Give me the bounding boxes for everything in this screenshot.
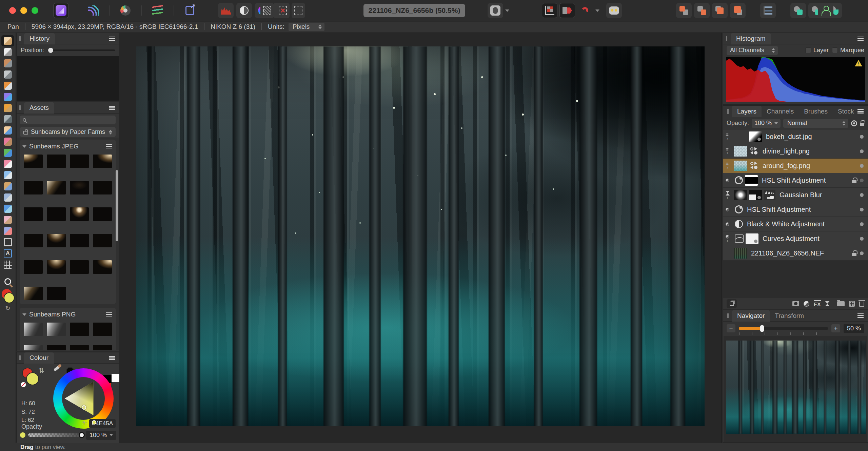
primary-colour-swatch[interactable] (26, 372, 39, 385)
layer-row[interactable]: ›Curves Adjustment (723, 231, 868, 246)
asset-thumbnail[interactable] (70, 323, 89, 336)
erase-brush-tool[interactable] (1, 158, 14, 169)
panel-menu-icon[interactable] (109, 106, 115, 110)
arrange-forward-one-button[interactable] (712, 3, 728, 18)
tab-channels[interactable]: Channels (762, 106, 799, 117)
layer-thumbnail[interactable] (749, 190, 762, 200)
asset-thumbnail[interactable] (93, 207, 112, 221)
show-grid-button[interactable] (542, 3, 557, 18)
snapping-options-chevron-icon[interactable] (595, 9, 599, 12)
document-canvas[interactable] (119, 33, 722, 443)
layer-thumbnail[interactable] (746, 233, 758, 244)
flood-fill-tool[interactable] (1, 114, 14, 125)
panel-menu-icon[interactable] (857, 109, 864, 114)
alignment-button[interactable] (760, 3, 776, 18)
foreground-colour-swatch[interactable] (4, 292, 15, 303)
freehand-selection-tool[interactable] (1, 102, 14, 114)
swap-colours-icon[interactable]: ⇄ (38, 368, 46, 373)
asset-thumbnail[interactable] (47, 260, 66, 274)
tab-brushes[interactable]: Brushes (799, 106, 833, 117)
units-select[interactable]: Pixels (289, 23, 325, 31)
asset-thumbnail[interactable] (47, 323, 66, 336)
asset-thumbnail[interactable] (24, 181, 43, 194)
account-button[interactable] (818, 3, 833, 18)
navigator-thumbnail[interactable] (726, 341, 866, 434)
asset-thumbnail[interactable] (47, 234, 66, 247)
clone-stamp-tool[interactable] (1, 181, 14, 192)
duplicate-layer-button[interactable] (727, 299, 737, 308)
mesh-warp-tool[interactable] (1, 259, 14, 270)
shape-tool[interactable] (1, 237, 14, 248)
history-slider-knob[interactable] (48, 48, 53, 53)
asset-thumbnail[interactable] (47, 181, 66, 194)
asset-thumbnail[interactable] (70, 155, 89, 168)
section-menu-icon[interactable] (106, 312, 112, 316)
visibility-dot-icon[interactable] (860, 251, 864, 255)
asset-thumbnail[interactable] (70, 181, 89, 194)
panel-grip-icon[interactable] (19, 355, 21, 360)
tab-navigator[interactable]: Navigator (732, 310, 770, 322)
expand-chevron-icon[interactable]: › (727, 151, 728, 155)
visibility-dot-icon[interactable] (860, 164, 864, 168)
opacity-slider-handle[interactable] (79, 432, 85, 438)
frame-text-tool[interactable]: A (1, 248, 14, 259)
expand-chevron-icon[interactable]: › (727, 137, 728, 140)
arrange-to-back-button[interactable] (676, 3, 692, 18)
asset-thumbnail[interactable] (70, 207, 89, 221)
visibility-dot-icon[interactable] (860, 193, 864, 197)
layer-thumbnail[interactable] (734, 161, 747, 171)
layer-thumbnail[interactable] (749, 131, 762, 142)
layers-opacity-select[interactable]: 100 % (752, 119, 781, 128)
triangle-marker[interactable] (82, 405, 86, 410)
panel-menu-icon[interactable] (109, 356, 115, 360)
zoom-tool[interactable] (1, 276, 14, 287)
mask-layer-button[interactable] (792, 301, 799, 306)
panel-grip-icon[interactable] (727, 109, 729, 114)
colour-picker-tool[interactable] (1, 58, 14, 69)
dodge-brush-tool[interactable] (1, 169, 14, 181)
layer-thumbnail[interactable] (745, 175, 758, 186)
layer-thumbnail[interactable] (734, 190, 747, 200)
layer-row[interactable]: Black & White Adjustment (723, 217, 868, 231)
section-menu-icon[interactable] (106, 144, 112, 148)
tab-histogram[interactable]: Histogram (731, 33, 771, 44)
marquee-checkbox[interactable]: Marquee (832, 47, 864, 54)
selection-brush-tool[interactable] (1, 80, 14, 91)
asset-thumbnail[interactable] (93, 260, 112, 274)
panel-menu-icon[interactable] (857, 313, 864, 318)
asset-thumbnail[interactable] (24, 155, 43, 168)
pen-tool[interactable] (1, 225, 14, 237)
zoom-slider-handle[interactable] (760, 325, 764, 332)
smudge-tool[interactable] (1, 214, 14, 225)
panel-grip-icon[interactable] (726, 36, 727, 41)
zoom-in-button[interactable]: + (831, 324, 840, 332)
liquify-persona-button[interactable] (85, 3, 101, 18)
expand-chevron-icon[interactable]: › (727, 196, 728, 199)
lock-icon[interactable] (860, 123, 864, 126)
document-tab[interactable]: 221106_NZ6_6656b (50.5%) (363, 4, 465, 17)
healing-brush-tool[interactable] (1, 125, 14, 136)
layer-row[interactable]: ›bokeh_dust.jpg (723, 129, 868, 144)
adjustment-toggle-icon[interactable] (726, 222, 729, 226)
undo-brush-tool[interactable] (1, 192, 14, 203)
asset-section-header[interactable]: Sunbeams PNG (22, 310, 113, 319)
asset-thumbnail[interactable] (24, 207, 43, 221)
panel-grip-icon[interactable] (19, 105, 21, 110)
zoom-value[interactable]: 50 % (844, 324, 864, 333)
crop-tool[interactable] (1, 69, 14, 80)
visibility-dot-icon[interactable] (860, 237, 864, 241)
move-tool[interactable] (1, 46, 14, 58)
asset-thumbnail[interactable] (93, 323, 112, 336)
asset-thumbnail[interactable] (93, 234, 112, 247)
asset-thumbnail[interactable] (24, 234, 43, 247)
export-persona-button[interactable] (182, 3, 198, 18)
channels-select[interactable]: All Channels (727, 46, 778, 55)
opacity-slider[interactable] (28, 433, 83, 437)
pixel-alignment-button[interactable] (559, 3, 575, 18)
blur-tool[interactable] (1, 203, 14, 214)
zoom-slider[interactable] (739, 327, 828, 330)
document-image[interactable] (136, 46, 705, 426)
colour-replacement-brush-tool[interactable] (1, 147, 14, 158)
visibility-dot-icon[interactable] (860, 135, 864, 139)
layer-row[interactable]: HSL Shift Adjustment (723, 202, 868, 217)
